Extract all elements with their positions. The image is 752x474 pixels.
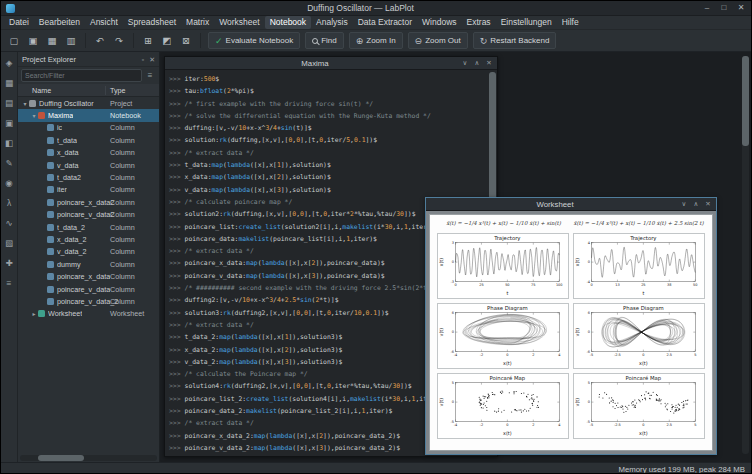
cascade-windows-icon[interactable]: ◩ [158, 32, 176, 50]
code-text: solution4:rk(duffing2,[x,v],[0,0],[t,0,i… [185, 382, 412, 390]
print-icon[interactable]: ▥ [62, 32, 80, 50]
subwindow-maximize-icon[interactable]: ∧ [473, 59, 481, 67]
tree-row-poincare-x-data[interactable]: poincare_x_dataColumn [18, 270, 159, 282]
minimize-button[interactable]: – [702, 1, 712, 15]
tree-header[interactable]: Name Type [18, 84, 159, 97]
menubar: DateiBearbeitenAnsichtSpreadsheetMatrixW… [1, 16, 751, 30]
dock-float-icon[interactable]: ▫ [142, 56, 144, 63]
scrollbar-thumb[interactable] [38, 455, 84, 461]
undo-icon[interactable]: ↶ [91, 32, 109, 50]
menu-notebook[interactable]: Notebook [265, 16, 311, 29]
tree-row-poincare-x-data2[interactable]: poincare_x_data2Column [18, 196, 159, 208]
settings-icon[interactable]: ≡ [3, 276, 16, 289]
tree-row-duffing-oscillator[interactable]: ▾Duffing OscillatorProject [18, 97, 159, 109]
tree-row-dummy[interactable]: dummyColumn [18, 258, 159, 270]
expander-icon[interactable]: ▾ [21, 100, 29, 107]
project-explorer-title: Project Explorer [22, 55, 137, 64]
svg-text:x(t): x(t) [503, 361, 512, 366]
tree-row-worksheet[interactable]: ▸WorksheetWorksheet [18, 308, 159, 320]
subwindow-shade-icon[interactable]: ∨ [461, 59, 469, 67]
subwindow-shade-icon[interactable]: ∨ [680, 200, 688, 208]
svg-text:0: 0 [506, 353, 508, 357]
matrix-icon[interactable]: ▤ [3, 96, 16, 109]
titlebar[interactable]: Duffing Oscillator — LabPlot –□✕ [1, 1, 751, 16]
note-icon[interactable]: ✎ [3, 156, 16, 169]
curve-icon[interactable]: ∿ [3, 216, 16, 229]
code-text: iter:500$ [185, 75, 220, 83]
dock-close-icon[interactable]: ✕ [149, 56, 155, 63]
function-icon[interactable]: λ [3, 196, 16, 209]
open-project-icon[interactable]: ▣ [24, 32, 42, 50]
dock-horizontal-scrollbar[interactable] [20, 455, 157, 461]
tree-row-maxima[interactable]: ▾MaximaNotebook [18, 109, 159, 121]
subwindow-close-icon[interactable]: ✕ [485, 59, 493, 67]
svg-text:Poincaré Map: Poincaré Map [626, 375, 662, 382]
column-header-name[interactable]: Name [18, 86, 106, 95]
tree-row-v-data-2[interactable]: v_data_2Column [18, 246, 159, 258]
maxima-title: Maxima [169, 59, 461, 68]
menu-ansicht[interactable]: Ansicht [85, 16, 123, 29]
tree-row-x-data-2[interactable]: x_data_2Column [18, 233, 159, 245]
zoom-out-button-label: Zoom Out [425, 36, 461, 45]
menu-data-extractor[interactable]: Data Extractor [353, 16, 417, 29]
save-project-icon[interactable]: ▦ [43, 32, 61, 50]
column-icon [47, 162, 54, 169]
tree-row-iter[interactable]: iterColumn [18, 184, 159, 196]
tree-row-t-data-2[interactable]: t_data_2Column [18, 221, 159, 233]
tree-row-v-data[interactable]: v_dataColumn [18, 159, 159, 171]
notebook-icon[interactable]: ◧ [3, 136, 16, 149]
menu-einstellungen[interactable]: Einstellungen [496, 16, 557, 29]
expander-icon[interactable]: ▸ [30, 310, 38, 317]
tree-row-t-data2[interactable]: t_data2Column [18, 171, 159, 183]
zoom-in-button[interactable]: ⊕Zoom In [349, 32, 403, 49]
svg-text:Trajectory: Trajectory [629, 235, 656, 242]
maxima-titlebar[interactable]: Maxima ∨∧✕ [165, 57, 497, 70]
tree-item-type: Worksheet [110, 309, 144, 318]
menu-hilfe[interactable]: Hilfe [557, 16, 584, 29]
menu-windows[interactable]: Windows [417, 16, 461, 29]
tree-row-ic[interactable]: icColumn [18, 122, 159, 134]
tree-row-poincare-v-data2[interactable]: poincare_v_data2Column [18, 209, 159, 221]
column-header-type[interactable]: Type [106, 86, 126, 95]
project-explorer-toggle-icon[interactable]: ◈ [3, 56, 16, 69]
filter-options-icon[interactable]: ≡ [144, 71, 156, 80]
image-icon[interactable]: ▧ [3, 236, 16, 249]
subwindow-close-icon[interactable]: ✕ [704, 200, 712, 208]
mdi-scrollbar[interactable] [742, 56, 749, 454]
add-icon[interactable]: ✚ [3, 256, 16, 269]
datapicker-icon[interactable]: ◉ [3, 176, 16, 189]
spreadsheet-icon[interactable]: ▦ [3, 76, 16, 89]
column-icon [47, 273, 54, 280]
code-text: solution2:rk(duffing,[x,v],[0,0],[t,0,it… [185, 210, 416, 218]
new-project-icon[interactable]: ▢ [5, 32, 23, 50]
tree-row-t-data[interactable]: t_dataColumn [18, 134, 159, 146]
tile-windows-icon[interactable]: ⊞ [139, 32, 157, 50]
zoom-out-button[interactable]: ⊖Zoom Out [408, 32, 468, 49]
menu-matrix[interactable]: Matrix [181, 16, 214, 29]
restart-backend-button[interactable]: ↻Restart Backend [473, 32, 557, 49]
menu-bearbeiten[interactable]: Bearbeiten [34, 16, 85, 29]
menu-datei[interactable]: Datei [4, 16, 34, 29]
tree-row-poincare-v-data[interactable]: poincare_v_dataColumn [18, 283, 159, 295]
menu-spreadsheet[interactable]: Spreadsheet [123, 16, 181, 29]
expander-icon[interactable]: ▾ [30, 112, 38, 119]
find-button[interactable]: Find [305, 32, 344, 49]
worksheet-titlebar[interactable]: Worksheet ∨∧✕ [426, 198, 716, 211]
tree-row-poincare-v-data-2[interactable]: poincare_v_data_2Column [18, 295, 159, 307]
evaluate-notebook-button[interactable]: ✓Evaluate Notebook [208, 32, 300, 49]
tree-item-type: Notebook [110, 111, 141, 120]
menu-worksheet[interactable]: Worksheet [214, 16, 264, 29]
close-button[interactable]: ✕ [736, 1, 746, 15]
maximize-button[interactable]: □ [719, 1, 729, 15]
find-button-label: Find [321, 36, 337, 45]
search-filter-input[interactable] [21, 69, 142, 82]
menu-analysis[interactable]: Analysis [311, 16, 353, 29]
subwindow-maximize-icon[interactable]: ∧ [692, 200, 700, 208]
svg-text:Trajectory: Trajectory [493, 235, 520, 242]
redo-icon[interactable]: ↷ [110, 32, 128, 50]
close-window-icon[interactable]: ⊠ [177, 32, 195, 50]
scrollbar-thumb[interactable] [742, 56, 749, 146]
worksheet-icon[interactable]: ▣ [3, 116, 16, 129]
menu-extras[interactable]: Extras [462, 16, 496, 29]
tree-row-x-data[interactable]: x_dataColumn [18, 147, 159, 159]
